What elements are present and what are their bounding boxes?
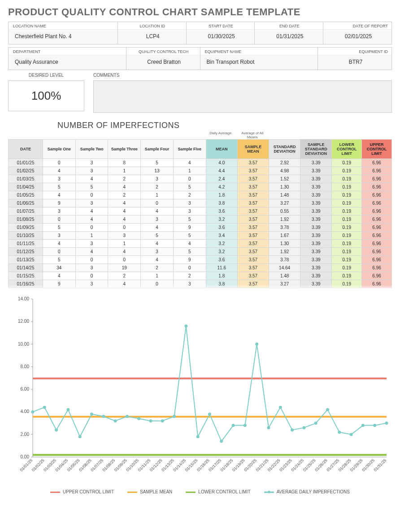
table-cell[interactable]: 1 — [173, 167, 206, 175]
table-cell[interactable]: 0 — [75, 191, 108, 199]
table-cell[interactable]: 0 — [75, 272, 108, 280]
table-cell[interactable]: 4 — [108, 199, 141, 207]
table-cell[interactable]: 3 — [43, 175, 76, 183]
table-cell[interactable]: 3.57 — [237, 264, 269, 272]
table-cell[interactable]: 6.96 — [362, 215, 392, 224]
table-cell[interactable]: 01/05/25 — [9, 191, 43, 199]
table-cell[interactable]: 0 — [141, 199, 174, 207]
table-cell[interactable]: 1.92 — [269, 215, 300, 224]
table-cell[interactable]: 4.98 — [269, 167, 300, 175]
table-cell[interactable]: 3.6 — [206, 224, 237, 232]
table-cell[interactable]: 3.39 — [300, 264, 332, 272]
table-cell[interactable]: 1 — [75, 232, 108, 240]
table-cell[interactable]: 3 — [173, 207, 206, 215]
table-cell[interactable]: 9 — [43, 199, 76, 207]
table-cell[interactable]: 4 — [108, 207, 141, 215]
table-cell[interactable]: 3.57 — [237, 240, 269, 248]
table-cell[interactable]: 3 — [108, 232, 141, 240]
table-cell[interactable]: 1.48 — [269, 272, 300, 280]
table-cell[interactable]: 4 — [75, 175, 108, 183]
table-cell[interactable]: 01/07/25 — [9, 207, 43, 215]
table-cell[interactable]: 8 — [108, 159, 141, 167]
table-cell[interactable]: 3.78 — [269, 256, 300, 264]
table-cell[interactable]: 3.39 — [300, 199, 332, 207]
table-cell[interactable]: 1.8 — [206, 272, 237, 280]
table-cell[interactable]: 3.57 — [237, 167, 269, 175]
table-cell[interactable]: 6.96 — [362, 272, 392, 280]
table-cell[interactable]: 1 — [141, 272, 174, 280]
table-cell[interactable]: 6.96 — [362, 240, 392, 248]
table-cell[interactable]: 3.57 — [237, 272, 269, 280]
table-cell[interactable]: 1.92 — [269, 248, 300, 256]
table-cell[interactable]: 4.0 — [206, 159, 237, 167]
table-cell[interactable]: 4 — [141, 256, 174, 264]
table-cell[interactable]: 1.8 — [206, 191, 237, 199]
table-cell[interactable]: 0 — [173, 264, 206, 272]
qct-value[interactable]: Creed Bratton — [126, 55, 200, 70]
table-cell[interactable]: 6.96 — [362, 199, 392, 207]
table-cell[interactable]: 3 — [75, 240, 108, 248]
table-cell[interactable]: 5 — [173, 248, 206, 256]
table-cell[interactable]: 3 — [75, 159, 108, 167]
table-cell[interactable]: 2.92 — [269, 159, 300, 167]
table-cell[interactable]: 5 — [141, 159, 174, 167]
table-cell[interactable]: 01/06/25 — [9, 199, 43, 207]
table-cell[interactable]: 5 — [173, 183, 206, 191]
table-cell[interactable]: 4 — [43, 272, 76, 280]
table-cell[interactable]: 5 — [173, 215, 206, 224]
table-cell[interactable]: 11.6 — [206, 264, 237, 272]
table-cell[interactable]: 3 — [141, 248, 174, 256]
table-cell[interactable]: 3.57 — [237, 248, 269, 256]
table-cell[interactable]: 0.19 — [332, 207, 362, 215]
table-cell[interactable]: 13 — [141, 167, 174, 175]
table-cell[interactable]: 3.6 — [206, 256, 237, 264]
table-cell[interactable]: 1 — [108, 167, 141, 175]
table-cell[interactable]: 3.57 — [237, 191, 269, 199]
table-cell[interactable]: 0.19 — [332, 224, 362, 232]
table-cell[interactable]: 14.64 — [269, 264, 300, 272]
table-cell[interactable]: 01/01/25 — [9, 159, 43, 167]
table-cell[interactable]: 0.19 — [332, 256, 362, 264]
table-cell[interactable]: 01/12/25 — [9, 248, 43, 256]
table-cell[interactable]: 0.19 — [332, 183, 362, 191]
table-cell[interactable]: 01/04/25 — [9, 183, 43, 191]
table-cell[interactable]: 3.39 — [300, 224, 332, 232]
table-cell[interactable]: 4 — [75, 215, 108, 224]
table-cell[interactable]: 4.2 — [206, 183, 237, 191]
table-cell[interactable]: 6.96 — [362, 191, 392, 199]
table-cell[interactable]: 3.57 — [237, 215, 269, 224]
table-cell[interactable]: 6.96 — [362, 264, 392, 272]
table-cell[interactable]: 01/08/25 — [9, 215, 43, 224]
table-cell[interactable]: 1 — [108, 240, 141, 248]
table-cell[interactable]: 3.57 — [237, 232, 269, 240]
table-cell[interactable]: 2 — [141, 264, 174, 272]
table-cell[interactable]: 1.30 — [269, 183, 300, 191]
table-cell[interactable]: 6.96 — [362, 224, 392, 232]
table-cell[interactable]: 9 — [173, 256, 206, 264]
table-cell[interactable]: 3.57 — [237, 224, 269, 232]
table-cell[interactable]: 3.2 — [206, 215, 237, 224]
table-cell[interactable]: 3.57 — [237, 199, 269, 207]
table-cell[interactable]: 01/03/25 — [9, 175, 43, 183]
table-cell[interactable]: 3.27 — [269, 199, 300, 207]
table-cell[interactable]: 3.39 — [300, 207, 332, 215]
table-cell[interactable]: 4 — [75, 207, 108, 215]
table-cell[interactable]: 4 — [43, 191, 76, 199]
table-cell[interactable]: 4 — [173, 240, 206, 248]
dept-value[interactable]: Quality Assurance — [9, 55, 126, 70]
table-cell[interactable]: 5 — [43, 224, 76, 232]
table-cell[interactable]: 3.39 — [300, 175, 332, 183]
table-cell[interactable]: 5 — [43, 183, 76, 191]
table-cell[interactable]: 34 — [43, 264, 76, 272]
table-cell[interactable]: 4 — [75, 248, 108, 256]
table-cell[interactable]: 0.19 — [332, 199, 362, 207]
table-cell[interactable]: 3.57 — [237, 183, 269, 191]
table-cell[interactable]: 2 — [108, 272, 141, 280]
table-cell[interactable]: 1.48 — [269, 191, 300, 199]
table-cell[interactable]: 4 — [141, 224, 174, 232]
table-cell[interactable]: 4 — [108, 183, 141, 191]
equip-value[interactable]: Bin Transport Robot — [200, 55, 318, 70]
eid-value[interactable]: BTR7 — [318, 55, 391, 70]
table-cell[interactable]: 0.19 — [332, 248, 362, 256]
table-cell[interactable]: 6.96 — [362, 167, 392, 175]
